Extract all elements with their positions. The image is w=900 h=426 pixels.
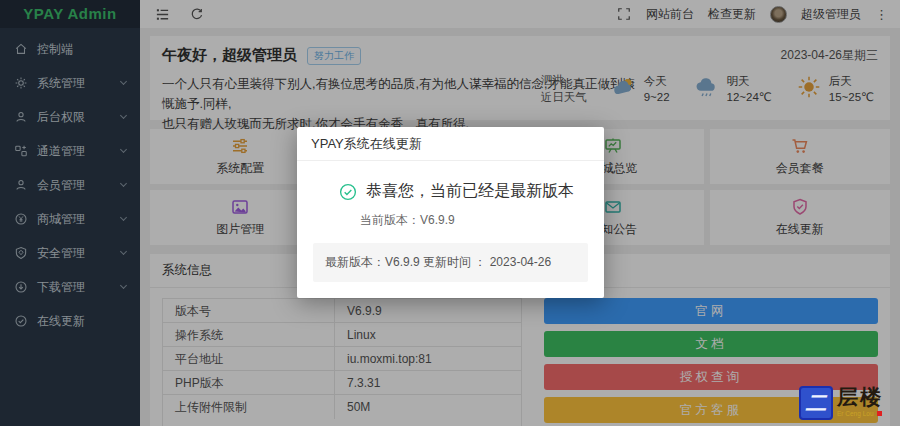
watermark-chars: 层楼	[837, 386, 883, 409]
modal-title: YPAY系统在线更新	[297, 127, 604, 161]
update-modal: YPAY系统在线更新 恭喜您，当前已经是最新版本 当前版本：V6.9.9 最新版…	[297, 127, 604, 298]
watermark-text-block: 层楼 Er Ceng Lou	[837, 386, 883, 417]
modal-heading: 恭喜您，当前已经是最新版本	[366, 181, 574, 202]
app-window: YPAY Admin 控制端 系统管理 后台权限	[0, 0, 900, 426]
watermark: 二 层楼 Er Ceng Lou	[799, 386, 883, 420]
watermark-caption-row: Er Ceng Lou	[837, 410, 883, 417]
modal-heading-row: 恭喜您，当前已经是最新版本	[339, 181, 588, 202]
watermark-caption: Er Ceng Lou	[837, 410, 874, 417]
watermark-logo-icon: 二	[799, 386, 833, 420]
watermark-red-seal	[877, 411, 882, 416]
check-circle-icon	[339, 183, 357, 201]
latest-version-bar: 最新版本：V6.9.9 更新时间 ： 2023-04-26	[313, 243, 588, 282]
modal-body: 恭喜您，当前已经是最新版本 当前版本：V6.9.9 最新版本：V6.9.9 更新…	[297, 161, 604, 298]
current-version-text: 当前版本：V6.9.9	[360, 212, 588, 229]
